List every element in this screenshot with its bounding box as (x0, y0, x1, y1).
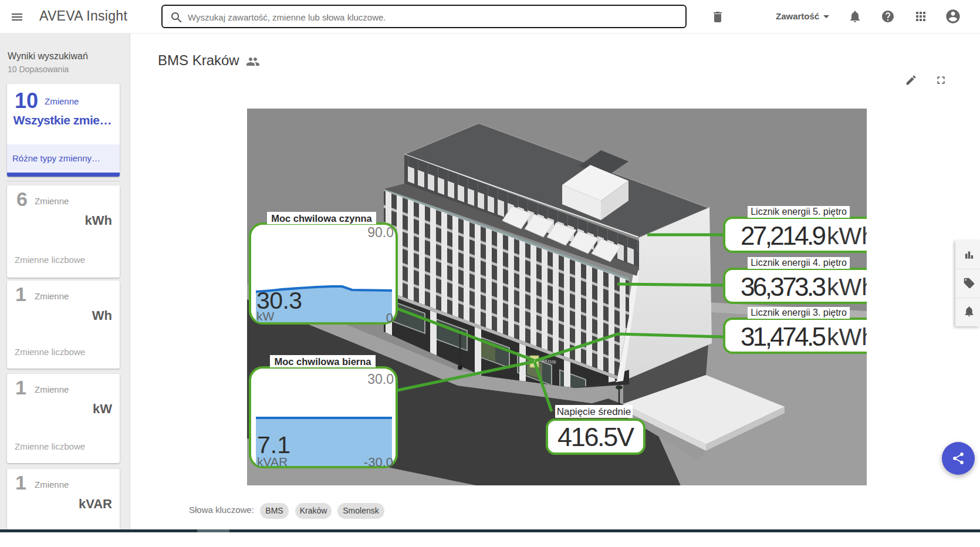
svg-text:kWh: kWh (827, 222, 867, 249)
svg-text:31,474.5: 31,474.5 (741, 322, 826, 351)
svg-text:kWh: kWh (827, 323, 867, 350)
svg-text:36,373.3: 36,373.3 (741, 272, 826, 301)
svg-text:416.5V: 416.5V (557, 422, 634, 452)
svg-text:30.0: 30.0 (367, 372, 394, 387)
svg-text:Moc chwilowa czynna: Moc chwilowa czynna (271, 213, 372, 224)
svg-text:kW: kW (256, 309, 275, 323)
svg-text:-30.0: -30.0 (364, 455, 393, 470)
svg-text:Moc chwilowa bierna: Moc chwilowa bierna (274, 356, 371, 367)
svg-text:Licznik energii 3. piętro: Licznik energii 3. piętro (751, 308, 847, 318)
svg-text:90.0: 90.0 (367, 225, 394, 240)
svg-text:Licznik energii 4. piętro: Licznik energii 4. piętro (751, 258, 847, 268)
svg-text:0: 0 (386, 310, 393, 325)
svg-text:Napięcie średnie: Napięcie średnie (557, 406, 631, 417)
svg-text:kVAR: kVAR (257, 455, 288, 468)
svg-text:27,214.9: 27,214.9 (741, 221, 826, 250)
svg-text:kWh: kWh (827, 274, 867, 300)
svg-text:Licznik energii 5. piętro: Licznik energii 5. piętro (751, 207, 847, 217)
